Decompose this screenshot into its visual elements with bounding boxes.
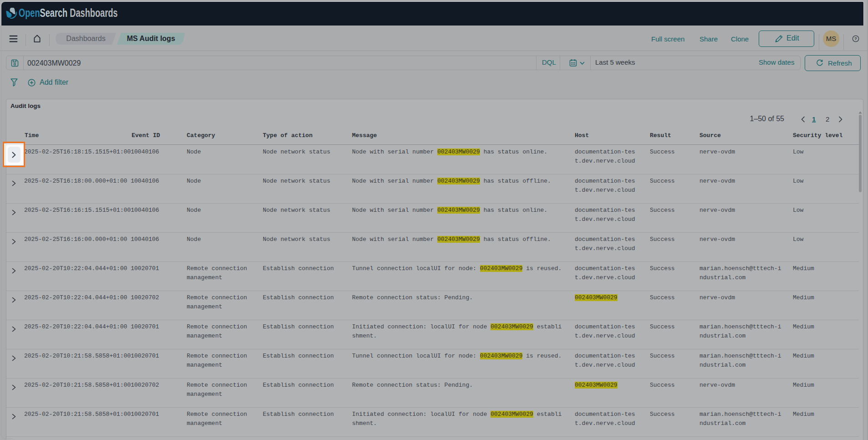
svg-text:?: ? — [854, 36, 857, 41]
